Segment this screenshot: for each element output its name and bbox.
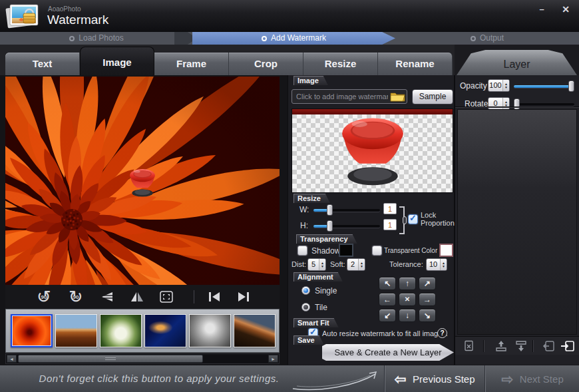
tolerance-value: 10 (427, 259, 440, 270)
align-bottom-button[interactable]: ↓ (399, 309, 416, 322)
previous-step-arrow-icon: ⇦ (395, 373, 407, 386)
watermark-knob-overlay[interactable] (125, 167, 160, 198)
help-icon[interactable]: ? (437, 328, 447, 338)
step-bar: Load Photos Add Watermark Output (0, 32, 579, 45)
auto-resize-label: Auto resize watermark to fit all images. (322, 329, 448, 337)
scroll-right-icon[interactable]: ► (268, 355, 278, 363)
resize-section-title: Resize (293, 194, 330, 203)
thumbnail-lighthouse[interactable] (234, 314, 276, 347)
align-right-button[interactable]: → (419, 293, 436, 306)
lock-proportion-label: Lock Proportion (421, 211, 454, 227)
align-bottom-right-button[interactable]: ↘ (419, 309, 436, 322)
tolerance-spinner[interactable]: 10 ▲▼ (426, 258, 447, 271)
move-layer-up-icon[interactable] (494, 340, 508, 352)
spinner-down-icon[interactable]: ▼ (504, 86, 508, 89)
apply-layer-icon[interactable] (560, 340, 575, 352)
tab-image[interactable]: Image (80, 47, 154, 75)
tile-radio[interactable] (301, 303, 310, 311)
thumbnail-white-flower[interactable] (100, 314, 142, 347)
transparent-color-checkbox[interactable] (372, 246, 382, 256)
main-preview (5, 77, 280, 285)
step-add-watermark[interactable]: Add Watermark (192, 32, 395, 45)
next-step-label: Next Step (520, 373, 564, 385)
align-bottom-left-button[interactable]: ↙ (379, 309, 396, 322)
tolerance-label: Tolerance: (389, 260, 423, 268)
sample-button[interactable]: Sample (412, 89, 453, 104)
width-value[interactable]: 1 (383, 203, 397, 214)
browse-folder-icon[interactable] (390, 91, 405, 102)
align-top-right-button[interactable]: ↗ (419, 277, 436, 290)
dist-value: 5 (308, 259, 319, 270)
tab-frame[interactable]: Frame (154, 53, 229, 75)
spinner-down-icon[interactable]: ▼ (442, 265, 445, 268)
soft-spinner[interactable]: 2 ▲▼ (347, 258, 365, 271)
height-value[interactable]: 1 (383, 219, 397, 230)
single-radio[interactable] (301, 286, 310, 295)
spinner-down-icon[interactable]: ▼ (321, 265, 324, 268)
transparency-section-title: Transparency (296, 234, 357, 244)
align-center-button[interactable]: ✕ (399, 293, 416, 306)
transparent-color-label: Transparent Color (384, 247, 437, 254)
previous-step-button[interactable]: ⇦ Previous Step (385, 365, 484, 392)
move-layer-down-icon[interactable] (514, 340, 528, 352)
step-output-label: Output (480, 33, 504, 43)
close-button[interactable]: ✕ (556, 3, 575, 15)
step-output[interactable]: Output (395, 32, 579, 45)
thumbnail-scrollbar[interactable]: ◄ ► (5, 353, 280, 364)
next-image-icon[interactable] (234, 288, 253, 306)
tab-rename[interactable]: Rename (378, 53, 453, 75)
discard-layer-icon[interactable] (542, 340, 556, 352)
previous-image-icon[interactable] (205, 288, 224, 306)
lock-proportion-checkbox[interactable]: ✓ (408, 214, 418, 224)
delete-layer-icon[interactable] (462, 340, 477, 352)
align-top-left-button[interactable]: ↖ (379, 277, 396, 290)
tab-text[interactable]: Text (5, 53, 80, 75)
layer-panel: Opacity 100 ▲▼ Rotate 0 ▲▼ (455, 75, 579, 365)
alignment-grid: ↖ ↑ ↗ ← ✕ → ↙ ↓ ↘ (379, 277, 436, 322)
soft-label: Soft: (330, 260, 345, 268)
rotate-left-90-icon[interactable]: ↺90 (35, 288, 53, 306)
save-create-layer-button[interactable]: Save & Create a New Layer (322, 344, 454, 361)
height-label: H: (300, 221, 308, 230)
shadow-color-swatch[interactable] (339, 244, 353, 257)
watermark-settings-panel: Image Sample Resize W: 1 H: 1 ✓ Lock Pro… (288, 75, 455, 365)
layer-panel-title: Layer (457, 50, 577, 75)
spinner-down-icon[interactable]: ▼ (360, 265, 363, 268)
tab-crop[interactable]: Crop (229, 53, 303, 75)
image-section-title: Image (293, 76, 328, 85)
thumbnail-koala[interactable] (189, 314, 231, 347)
rotate-spinner[interactable]: 0 ▲▼ (488, 97, 510, 110)
next-step-button[interactable]: ⇨ Next Step (486, 365, 579, 392)
scroll-left-icon[interactable]: ◄ (7, 355, 17, 363)
tab-resize[interactable]: Resize (303, 53, 378, 75)
layer-list[interactable] (457, 109, 577, 335)
next-step-arrow-icon: ⇨ (501, 373, 513, 386)
opacity-slider-handle[interactable] (568, 81, 574, 92)
link-dimensions-icon (403, 216, 407, 224)
scrollbar-thumb[interactable] (18, 355, 203, 363)
shadow-checkbox[interactable] (297, 246, 307, 256)
align-top-button[interactable]: ↑ (399, 277, 416, 290)
dist-spinner[interactable]: 5 ▲▼ (307, 258, 326, 271)
thumbnail-desert-rocks[interactable] (55, 314, 97, 347)
thumbnail-red-flower[interactable] (11, 314, 53, 347)
minimize-button[interactable]: – (532, 3, 551, 15)
brand-large: Watermark (47, 13, 108, 27)
align-left-button[interactable]: ← (379, 293, 396, 306)
width-slider-handle[interactable] (327, 204, 333, 216)
step-load-photos[interactable]: Load Photos (0, 32, 193, 45)
thumbnail-jellyfish[interactable] (144, 314, 186, 347)
rotate-slider-handle[interactable] (514, 98, 520, 110)
flip-horizontal-icon[interactable] (97, 288, 116, 306)
soft-value: 2 (347, 259, 358, 270)
rotate-slider-track[interactable] (514, 103, 574, 106)
layer-panel-divider (455, 106, 579, 108)
transparent-color-swatch[interactable] (439, 244, 453, 257)
flip-vertical-icon[interactable] (128, 288, 146, 306)
app-logo-icon (5, 2, 41, 30)
image-toolbar: ↺90 ↻90 (5, 285, 280, 309)
rotate-right-90-icon[interactable]: ↻90 (67, 288, 85, 306)
fit-view-icon[interactable] (157, 288, 176, 306)
opacity-spinner[interactable]: 100 ▲▼ (488, 79, 510, 92)
height-slider-handle[interactable] (327, 220, 333, 232)
